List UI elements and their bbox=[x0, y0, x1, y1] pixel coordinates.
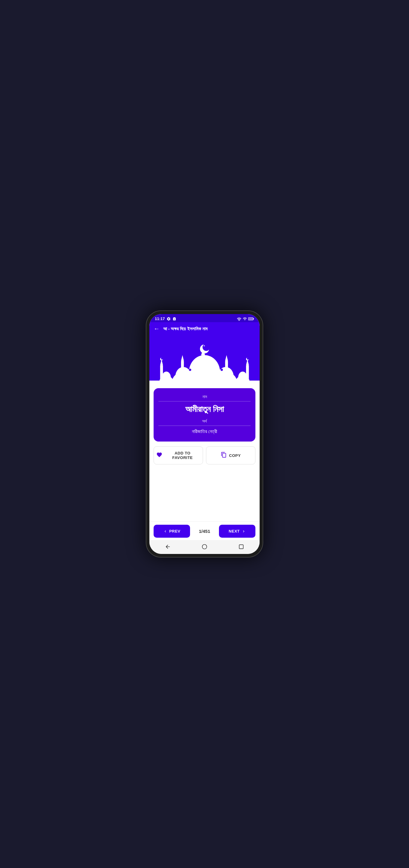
svg-point-36 bbox=[202, 545, 207, 549]
prev-button[interactable]: PREV bbox=[154, 525, 190, 538]
svg-rect-17 bbox=[160, 365, 163, 379]
svg-point-5 bbox=[202, 344, 210, 351]
name-value: আমীরাতুন নিসা bbox=[159, 404, 250, 414]
svg-rect-2 bbox=[248, 318, 253, 320]
wifi-icon bbox=[237, 317, 242, 321]
svg-rect-25 bbox=[225, 361, 228, 381]
system-bar bbox=[149, 540, 260, 554]
copy-icon bbox=[221, 452, 227, 459]
svg-point-20 bbox=[161, 358, 163, 360]
status-left: 11:17 bbox=[155, 316, 176, 321]
svg-point-34 bbox=[220, 369, 223, 371]
prev-label: PREV bbox=[169, 529, 180, 533]
mosque-header bbox=[149, 335, 260, 383]
phone-shell: 11:17 bbox=[146, 310, 263, 558]
heart-icon bbox=[156, 452, 162, 459]
svg-rect-1 bbox=[253, 318, 254, 319]
home-sys-icon[interactable] bbox=[200, 542, 209, 551]
recents-sys-icon[interactable] bbox=[237, 542, 245, 551]
svg-rect-27 bbox=[246, 365, 249, 379]
gear-icon bbox=[167, 317, 171, 321]
svg-rect-37 bbox=[239, 545, 243, 549]
meaning-value: নারীজাতির নেত্রী bbox=[159, 429, 250, 434]
name-label: নাম bbox=[159, 394, 250, 399]
mosque-illustration bbox=[149, 338, 260, 383]
favorite-label: ADD TO FAVORITE bbox=[165, 451, 200, 460]
copy-label: COPY bbox=[229, 453, 241, 458]
next-label: NEXT bbox=[229, 529, 240, 533]
top-bar: ← আ - অক্ষর দিয়ে ইসলামিক নাম bbox=[149, 322, 260, 335]
back-button[interactable]: ← bbox=[154, 325, 160, 332]
signal-icon bbox=[243, 317, 247, 321]
svg-rect-35 bbox=[149, 381, 260, 383]
page-indicator: 1/451 bbox=[193, 529, 216, 534]
svg-rect-21 bbox=[181, 361, 184, 381]
status-bar: 11:17 bbox=[149, 314, 260, 322]
sim-icon bbox=[173, 317, 176, 321]
next-button[interactable]: NEXT bbox=[219, 525, 255, 538]
svg-rect-23 bbox=[201, 355, 205, 372]
battery-icon bbox=[248, 317, 254, 321]
phone-screen: 11:17 bbox=[149, 314, 260, 554]
time-display: 11:17 bbox=[155, 316, 165, 321]
favorite-button[interactable]: ADD TO FAVORITE bbox=[154, 446, 203, 464]
navigation-bar: PREV 1/451 NEXT bbox=[149, 521, 260, 540]
action-buttons: ADD TO FAVORITE COPY bbox=[154, 446, 255, 464]
status-right bbox=[237, 317, 254, 321]
meaning-label: অর্থ bbox=[159, 418, 250, 424]
name-card: নাম আমীরাতুন নিসা অর্থ নারীজাতির নেত্রী bbox=[154, 388, 255, 441]
page-title: আ - অক্ষর দিয়ে ইসলামিক নাম bbox=[163, 326, 207, 332]
meaning-divider bbox=[159, 426, 250, 426]
svg-point-30 bbox=[247, 358, 249, 360]
svg-point-32 bbox=[189, 369, 191, 371]
back-sys-icon[interactable] bbox=[164, 542, 172, 551]
main-content: নাম আমীরাতুন নিসা অর্থ নারীজাতির নেত্রী … bbox=[149, 383, 260, 521]
copy-button[interactable]: COPY bbox=[206, 446, 255, 464]
